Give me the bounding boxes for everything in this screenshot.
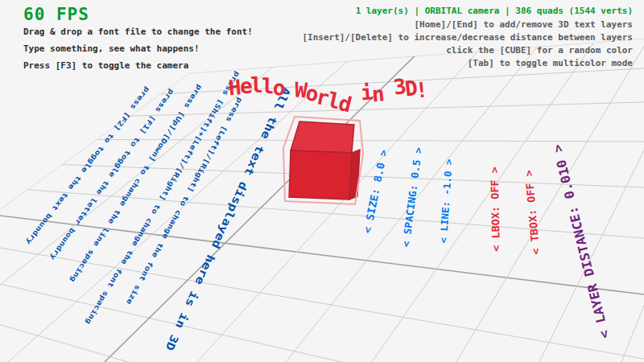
hint-toggle-camera: Press [F3] to toggle the camera xyxy=(23,60,188,71)
grid-line xyxy=(0,282,644,362)
hint-multicolor-mode: [Tab] to toggle multicolor mode xyxy=(468,58,633,68)
wave-char: e xyxy=(239,74,251,99)
cube-top-face[interactable] xyxy=(291,121,354,153)
fps-counter: 60 FPS xyxy=(23,5,89,24)
hint-layer-distance: [Insert]/[Delete] to increase/decrease d… xyxy=(302,32,633,43)
hint-type-something: Type something, see what happens! xyxy=(23,43,200,54)
wave-char: l xyxy=(262,74,273,98)
wave-char: ! xyxy=(415,77,428,102)
status-line: 1 layer(s) | ORBITAL camera | 386 quads … xyxy=(356,6,633,16)
hint-drag-drop-font: Drag & drop a font file to change the fo… xyxy=(23,27,253,37)
wave-char: o xyxy=(272,76,284,101)
cube-front-face[interactable] xyxy=(289,150,352,200)
wave-char: n xyxy=(370,81,383,106)
wave-char: l xyxy=(250,73,262,97)
wave-3d-text: Hello World in 3D! xyxy=(229,74,427,98)
raylib-text3d-window: press [F2] to toggle the text boundrypre… xyxy=(0,0,644,362)
hint-cube-random-color: click the [CUBE] for a random color xyxy=(446,45,633,56)
hint-add-remove-layers: [Home]/[End] to add/remove 3D text layer… xyxy=(414,19,633,30)
cube[interactable] xyxy=(283,117,363,204)
wave-char: H xyxy=(228,75,241,100)
grid-line xyxy=(0,246,644,360)
wave-char xyxy=(283,74,295,98)
wave-char xyxy=(349,74,361,98)
